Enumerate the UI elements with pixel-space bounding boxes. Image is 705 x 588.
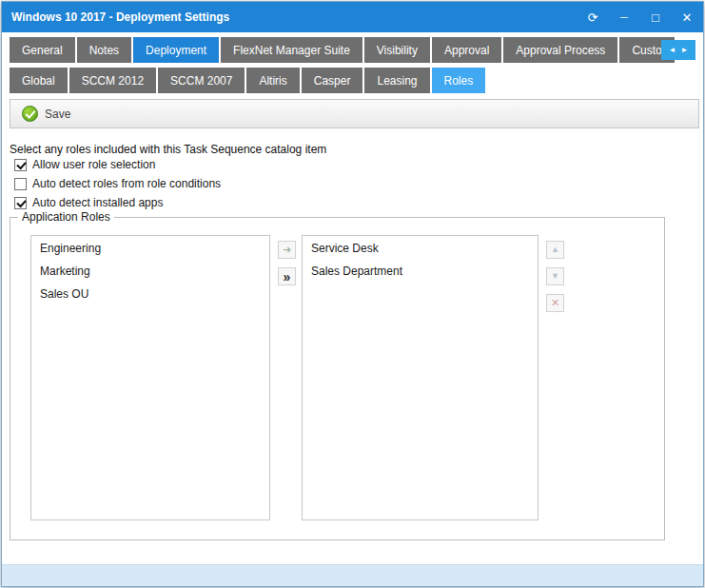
tab-approval[interactable]: Approval bbox=[432, 37, 501, 63]
checkbox-row-auto-detect-roles[interactable]: Auto detect roles from role conditions bbox=[14, 177, 221, 190]
assigned-roles-list[interactable]: Service Desk Sales Department bbox=[302, 235, 539, 520]
arrow-up-icon: ▲ bbox=[551, 245, 559, 254]
move-down-button[interactable]: ▼ bbox=[546, 267, 564, 285]
groupbox-title: Application Roles bbox=[18, 210, 114, 224]
checkbox-label: Auto detect roles from role conditions bbox=[32, 177, 221, 190]
auto-detect-installed-apps-checkbox[interactable] bbox=[14, 197, 27, 209]
tab-scroll-control[interactable]: ◄ ► bbox=[661, 40, 695, 60]
tab-global[interactable]: Global bbox=[10, 68, 68, 93]
refresh-icon[interactable]: ⟳ bbox=[586, 11, 599, 24]
scroll-left-icon[interactable]: ◄ bbox=[669, 46, 676, 54]
list-item[interactable]: Sales Department bbox=[303, 259, 538, 282]
save-check-icon bbox=[22, 106, 38, 122]
tab-notes[interactable]: Notes bbox=[77, 37, 131, 63]
maximize-icon[interactable]: □ bbox=[649, 11, 662, 24]
tab-sccm-2012[interactable]: SCCM 2012 bbox=[69, 68, 156, 93]
tab-roles[interactable]: Roles bbox=[432, 68, 486, 93]
move-right-button[interactable]: ➜ bbox=[278, 241, 296, 259]
remove-role-button[interactable]: ✕ bbox=[546, 294, 564, 312]
checkbox-label: Allow user role selection bbox=[32, 158, 155, 171]
tab-casper[interactable]: Casper bbox=[302, 68, 363, 93]
tab-deployment[interactable]: Deployment bbox=[133, 37, 219, 63]
tab-leasing[interactable]: Leasing bbox=[364, 68, 429, 93]
arrow-right-icon: ➜ bbox=[283, 245, 291, 255]
checkbox-label: Auto detect installed apps bbox=[32, 196, 163, 209]
save-label: Save bbox=[45, 108, 70, 121]
application-roles-groupbox: Application Roles Engineering Marketing … bbox=[10, 217, 665, 540]
save-button[interactable]: Save bbox=[18, 104, 78, 124]
list-item[interactable]: Engineering bbox=[31, 236, 269, 259]
allow-user-role-selection-checkbox[interactable] bbox=[14, 159, 27, 171]
move-up-button[interactable]: ▲ bbox=[546, 241, 564, 259]
list-item[interactable]: Sales OU bbox=[31, 282, 269, 304]
auto-detect-roles-checkbox[interactable] bbox=[14, 178, 27, 190]
arrow-down-icon: ▼ bbox=[551, 272, 559, 281]
remove-icon: ✕ bbox=[551, 298, 559, 308]
deployment-settings-window: Windows 10 2017 - Deployment Settings ⟳ … bbox=[1, 1, 704, 587]
checkbox-row-auto-detect-installed-apps[interactable]: Auto detect installed apps bbox=[14, 196, 221, 209]
window-controls: ⟳ ─ □ ✕ bbox=[586, 11, 694, 24]
list-item[interactable]: Marketing bbox=[31, 259, 269, 282]
footer-bar bbox=[2, 564, 703, 586]
tab-visibility[interactable]: Visibility bbox=[364, 37, 430, 63]
tab-flexnet-manager-suite[interactable]: FlexNet Manager Suite bbox=[221, 37, 362, 63]
window-title: Windows 10 2017 - Deployment Settings bbox=[11, 10, 229, 24]
role-options: Allow user role selection Auto detect ro… bbox=[14, 158, 221, 209]
instruction-text: Select any roles included with this Task… bbox=[10, 143, 326, 156]
tab-sccm-2007[interactable]: SCCM 2007 bbox=[158, 68, 245, 93]
toolbar: Save bbox=[10, 99, 699, 128]
tab-approval-process[interactable]: Approval Process bbox=[503, 37, 617, 63]
scroll-right-icon[interactable]: ► bbox=[681, 46, 689, 54]
available-roles-list[interactable]: Engineering Marketing Sales OU bbox=[30, 235, 270, 520]
checkbox-row-allow-user-role-selection[interactable]: Allow user role selection bbox=[14, 158, 221, 171]
list-item[interactable]: Service Desk bbox=[303, 236, 538, 259]
close-icon[interactable]: ✕ bbox=[680, 11, 694, 24]
titlebar: Windows 10 2017 - Deployment Settings ⟳ … bbox=[2, 2, 703, 32]
move-all-right-button[interactable]: » bbox=[278, 267, 296, 285]
secondary-tab-strip: Global SCCM 2012 SCCM 2007 Altiris Caspe… bbox=[10, 68, 701, 93]
primary-tab-strip: General Notes Deployment FlexNet Manager… bbox=[10, 37, 701, 63]
double-arrow-right-icon: » bbox=[284, 270, 291, 284]
tab-altiris[interactable]: Altiris bbox=[246, 68, 299, 93]
tab-general[interactable]: General bbox=[10, 37, 75, 63]
minimize-icon[interactable]: ─ bbox=[617, 12, 631, 23]
